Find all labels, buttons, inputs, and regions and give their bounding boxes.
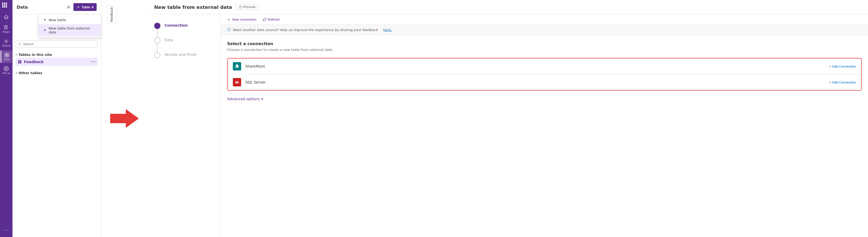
table-button-label: Table <box>82 5 90 9</box>
svg-point-7 <box>19 43 21 45</box>
new-connection-button[interactable]: New connection <box>227 18 256 21</box>
sharepoint-logo <box>235 64 240 69</box>
feedback-table-item[interactable]: Feedback ··· <box>16 58 98 66</box>
wizard-steps: Connection Data Review and finish <box>148 15 221 237</box>
svg-rect-5 <box>7 55 9 57</box>
arrow-head <box>126 109 139 128</box>
arrow-graphic <box>110 109 139 128</box>
step-circle-data <box>154 37 160 44</box>
advanced-options-chevron-icon: ▾ <box>261 97 263 101</box>
chevron-right-icon: ▾ <box>15 72 18 74</box>
preview-icon <box>239 5 242 9</box>
refresh-label: Refresh <box>268 18 280 21</box>
new-table-plus-icon: ＋ <box>43 18 46 22</box>
step-label-connection: Connection <box>164 23 188 27</box>
panel-header: Data ⚙ ＋ Table ▾ <box>12 0 101 15</box>
arrow-body <box>110 114 126 123</box>
nav-item-styling[interactable]: Styling <box>1 36 12 49</box>
svg-rect-9 <box>20 60 21 61</box>
step-review: Review and finish <box>154 52 214 58</box>
info-banner: ⓘ Want another data source? Help us impr… <box>221 25 868 35</box>
select-subtitle: Choose a connection to create a new tabl… <box>227 48 862 52</box>
data-panel: Data ⚙ ＋ Table ▾ ＋ New table ＋ New table… <box>12 0 101 237</box>
setup-icon <box>4 66 9 71</box>
nav-styling-label: Styling <box>2 44 10 47</box>
more-dots-icon: ··· <box>3 228 9 233</box>
left-nav-panel: Pages Styling Data S <box>0 0 12 237</box>
connection-cards: SharePoint + Add Connection SQL Server + <box>227 58 862 90</box>
table-button[interactable]: ＋ Table ▾ <box>73 3 97 11</box>
sharepoint-connection-card[interactable]: SharePoint + Add Connection <box>227 58 861 74</box>
select-connection-area: Select a connection Choose a connection … <box>221 35 868 107</box>
svg-rect-4 <box>5 55 6 57</box>
dropdown-new-table-external[interactable]: ＋ New table from external data <box>39 24 101 36</box>
nav-item-home[interactable] <box>1 12 12 22</box>
svg-point-6 <box>6 68 7 70</box>
sharepoint-add-connection-button[interactable]: + Add Connection <box>829 64 856 69</box>
feedback-table-label: Feedback <box>24 60 43 64</box>
nav-item-data[interactable]: Data <box>1 50 12 63</box>
info-icon: ⓘ <box>227 27 231 32</box>
new-connection-label: New connection <box>232 18 256 21</box>
sqlserver-icon <box>233 78 241 86</box>
svg-rect-10 <box>18 62 20 63</box>
info-link[interactable]: here. <box>383 28 392 32</box>
new-table-external-plus-icon: ＋ <box>43 28 46 33</box>
select-title: Select a connection <box>227 41 862 46</box>
page-title: New table from external data <box>154 4 232 10</box>
sqlserver-logo <box>235 80 240 85</box>
nav-setup-label: Set up <box>2 72 10 75</box>
sqlserver-name: SQL Server <box>245 80 825 84</box>
refresh-button[interactable]: Refresh <box>263 18 280 21</box>
arrow-area <box>101 0 148 237</box>
panel-title: Data <box>17 5 64 10</box>
preview-badge: Preview <box>236 4 258 10</box>
other-tables-section: ▾ Other tables <box>12 68 101 78</box>
dropdown-new-table[interactable]: ＋ New table <box>39 16 101 24</box>
step-label-review: Review and finish <box>164 52 197 57</box>
svg-rect-2 <box>5 53 6 55</box>
step-data: Data <box>154 37 214 44</box>
nav-pages-label: Pages <box>3 30 10 33</box>
new-table-external-label: New table from external data <box>49 26 97 34</box>
app-grid-icon <box>2 3 7 7</box>
nav-item-more[interactable]: ··· <box>1 226 12 235</box>
step-label-data: Data <box>164 37 173 42</box>
svg-rect-3 <box>7 53 9 55</box>
tables-in-site-label: Tables in this site <box>19 53 52 57</box>
tables-in-site-header[interactable]: ▾ Tables in this site <box>16 52 98 58</box>
advanced-options[interactable]: Advanced options ▾ <box>227 97 862 101</box>
search-icon <box>18 42 21 46</box>
styling-icon <box>4 38 9 44</box>
nav-item-setup[interactable]: Set up <box>1 64 12 77</box>
pages-icon <box>4 25 9 30</box>
tables-section: ▾ Tables in this site Feedback ··· <box>12 50 101 68</box>
plus-icon: ＋ <box>76 5 80 9</box>
gear-button[interactable]: ⚙ <box>66 4 71 10</box>
search-input[interactable] <box>23 42 95 46</box>
preview-label: Preview <box>243 5 255 9</box>
step-circle-connection <box>154 23 160 29</box>
svg-rect-14 <box>235 67 239 68</box>
app-header <box>0 0 12 10</box>
page-title-bar: New table from external data Preview <box>148 0 868 15</box>
feedback-table-icon <box>18 60 22 64</box>
main-content: New table from external data Preview Con… <box>148 0 868 237</box>
sharepoint-icon <box>233 62 241 71</box>
table-item-dots-icon[interactable]: ··· <box>91 59 96 64</box>
feedback-tab[interactable]: Feedback <box>107 5 116 24</box>
nav-item-pages[interactable]: Pages <box>1 23 12 35</box>
new-table-label: New table <box>49 18 66 22</box>
step-connection: Connection <box>154 23 214 29</box>
connection-panel: New connection Refresh ⓘ Want another da… <box>221 15 868 237</box>
nav-data-label: Data <box>4 58 10 61</box>
sqlserver-add-connection-button[interactable]: + Add Connection <box>829 80 856 84</box>
other-tables-header[interactable]: ▾ Other tables <box>16 70 98 76</box>
new-connection-plus-icon <box>227 18 231 21</box>
svg-rect-8 <box>18 60 20 61</box>
step-circle-review <box>154 52 160 58</box>
content-body: Connection Data Review and finish <box>148 15 868 237</box>
sqlserver-connection-card[interactable]: SQL Server + Add Connection <box>227 74 861 90</box>
chevron-down-icon: ▾ <box>16 53 17 56</box>
other-tables-label: Other tables <box>19 71 42 75</box>
